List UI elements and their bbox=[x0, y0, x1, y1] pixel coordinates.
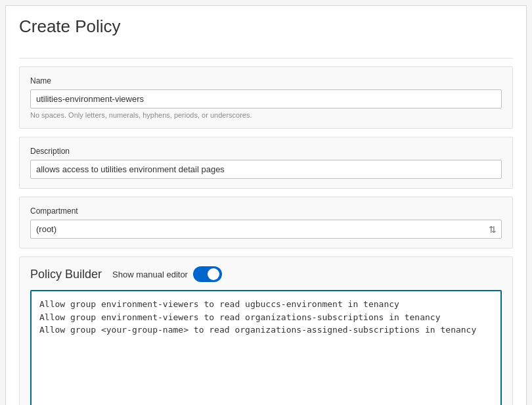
divider-top bbox=[19, 58, 513, 59]
builder-header: Policy Builder Show manual editor bbox=[30, 266, 502, 282]
compartment-select-wrapper: (root) ⇅ bbox=[30, 220, 502, 239]
name-input[interactable] bbox=[30, 89, 502, 108]
toggle-switch[interactable] bbox=[193, 266, 222, 282]
name-section: Name No spaces. Only letters, numerals, … bbox=[19, 66, 513, 129]
builder-title: Policy Builder bbox=[30, 268, 102, 281]
description-label: Description bbox=[30, 147, 502, 156]
show-manual-editor-text: Show manual editor bbox=[112, 270, 188, 279]
policy-textarea[interactable]: Allow group environment-viewers to read … bbox=[30, 290, 502, 405]
name-label: Name bbox=[30, 76, 502, 85]
toggle-slider bbox=[193, 266, 222, 282]
compartment-label: Compartment bbox=[30, 206, 502, 216]
policy-builder-section: Policy Builder Show manual editor Allow … bbox=[19, 256, 513, 405]
manual-editor-toggle-label[interactable]: Show manual editor bbox=[112, 266, 222, 282]
compartment-select[interactable]: (root) bbox=[30, 220, 502, 239]
page-container: Create Policy Name No spaces. Only lette… bbox=[5, 5, 527, 405]
description-section: Description bbox=[19, 137, 513, 189]
page-title: Create Policy bbox=[19, 16, 513, 45]
description-input[interactable] bbox=[30, 160, 502, 179]
compartment-section: Compartment (root) ⇅ bbox=[19, 197, 513, 249]
name-hint: No spaces. Only letters, numerals, hyphe… bbox=[30, 111, 502, 119]
